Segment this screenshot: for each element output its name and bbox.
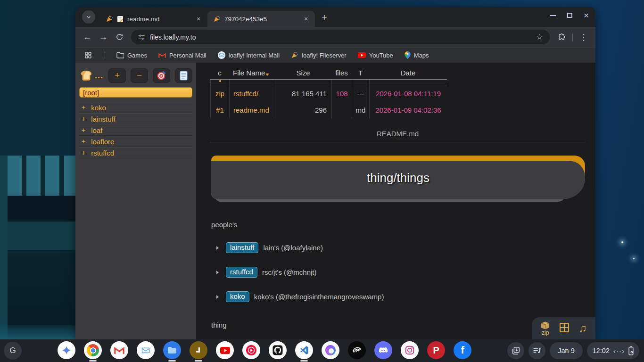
link-badge-lainstuff[interactable]: lainstuff — [226, 242, 258, 253]
col-header-type[interactable]: T — [352, 66, 369, 79]
shelf-app-github[interactable] — [269, 341, 287, 359]
target-button[interactable] — [153, 68, 170, 83]
expand-icon[interactable]: + — [82, 104, 85, 111]
col-header-c[interactable]: c — [210, 66, 229, 79]
shelf-app-arcs[interactable] — [348, 341, 366, 359]
status-pill[interactable]: 12:02 ‹··› — [587, 342, 639, 359]
apps-grid-button[interactable] — [83, 48, 93, 62]
cell-filename[interactable]: rstuffcd/ — [229, 85, 275, 102]
shelf-app-gemini[interactable] — [58, 341, 75, 359]
tree-item-koko[interactable]: + koko — [79, 102, 192, 113]
shelf-app-internal-mail[interactable] — [137, 341, 155, 359]
shelf-app-files[interactable] — [163, 341, 181, 362]
remove-button[interactable]: − — [131, 68, 148, 83]
partial-cell — [352, 80, 369, 85]
col-header-date[interactable]: Date — [369, 66, 447, 79]
bookmark-fileserver[interactable]: loafly! Fileserver — [291, 51, 347, 59]
link-badge-koko[interactable]: koko — [226, 291, 249, 302]
expand-icon[interactable]: + — [82, 138, 85, 145]
bookmark-personal-mail[interactable]: Personal Mail — [158, 52, 206, 59]
expand-icon[interactable]: + — [82, 126, 85, 134]
cell-size: 81 165 411 — [275, 85, 331, 102]
tree-item-lainstuff[interactable]: + lainstuff — [79, 113, 192, 124]
puzzle-icon — [558, 33, 566, 41]
shelf-app-gmail[interactable] — [110, 341, 128, 359]
tab-active[interactable]: 797042e453e5 × — [207, 11, 315, 27]
tab-close-icon[interactable]: × — [194, 15, 203, 23]
bookmark-youtube[interactable]: YouTube — [358, 52, 393, 59]
notes-button[interactable] — [175, 68, 192, 83]
shelf-app-youtube[interactable] — [216, 341, 234, 359]
partial-dot — [219, 80, 221, 82]
reload-button[interactable] — [112, 30, 126, 44]
list-item: rstuffcd rsc/jt's (@mchnjt) — [211, 267, 585, 278]
forward-button[interactable]: → — [96, 30, 110, 44]
site-settings-icon[interactable] — [138, 33, 145, 41]
new-tab-button[interactable]: + — [318, 11, 331, 24]
shelf-app-loop[interactable] — [322, 341, 339, 359]
shelf-app-chrome[interactable] — [84, 341, 102, 362]
readme-banner-body: thing/things — [211, 161, 585, 199]
music-note-icon[interactable]: ♫ — [579, 323, 587, 334]
party-popper-icon — [291, 51, 298, 59]
tab-search-button[interactable] — [82, 10, 95, 24]
tab-readme[interactable]: readme.md × — [100, 11, 207, 27]
zip-download-button[interactable]: zip — [540, 321, 550, 336]
cell-download-num[interactable]: #1 — [210, 102, 229, 118]
link-badge-rstuffcd[interactable]: rstuffcd — [226, 267, 257, 278]
date-pill[interactable]: Jan 9 — [550, 342, 582, 359]
bookmark-maps[interactable]: Maps — [405, 51, 429, 59]
cell-size: 296 — [275, 102, 331, 118]
maximize-button[interactable] — [567, 13, 572, 18]
add-button[interactable]: + — [108, 68, 126, 83]
shelf-app-instagram[interactable] — [401, 341, 419, 359]
extensions-button[interactable] — [554, 30, 569, 44]
tree-root-selected[interactable]: [root] — [79, 87, 192, 98]
address-bar[interactable]: files.loafly.my.to ☆ — [131, 30, 550, 44]
menu-button[interactable]: ⋮ — [577, 30, 591, 44]
minimize-button[interactable] — [550, 15, 556, 16]
cell-files — [331, 102, 352, 118]
media-queue-button[interactable] — [528, 342, 545, 359]
shelf-app-vscode[interactable] — [295, 341, 313, 362]
tree-item-loaf[interactable]: + loaf — [79, 124, 192, 136]
tree-item-loaflore[interactable]: + loaflore — [79, 136, 192, 147]
expand-icon[interactable]: + — [82, 115, 85, 123]
col-header-files[interactable]: files — [331, 66, 352, 79]
sidebar-header: … + − — [79, 66, 192, 85]
bullet-icon — [216, 295, 219, 299]
tab-strip: readme.md × 797042e453e5 × + × — [75, 7, 595, 27]
screen-capture-button[interactable] — [507, 342, 524, 359]
col-header-size[interactable]: Size — [275, 66, 331, 79]
table-header: c File Name Size files T Date — [210, 66, 447, 80]
expand-icon[interactable]: + — [82, 149, 85, 156]
bookmark-games[interactable]: Games — [116, 52, 147, 59]
table-row-readme[interactable]: #1 readme.md 296 md 2026-01-09 04:02:36 — [210, 102, 447, 118]
youtube-icon — [220, 347, 230, 354]
url-text: files.loafly.my.to — [150, 33, 196, 41]
tab-close-icon[interactable]: × — [302, 15, 310, 23]
bookmark-star-icon[interactable]: ☆ — [536, 32, 543, 42]
table-row-rstuffcd[interactable]: zip rstuffcd/ 81 165 411 108 --- 2026-01… — [210, 85, 447, 102]
col-header-filename[interactable]: File Name — [229, 66, 275, 79]
bookmark-internal-mail[interactable]: loafly! Internal Mail — [218, 51, 280, 59]
close-window-button[interactable]: × — [584, 13, 589, 18]
page-widget-dock: zip ♫ — [532, 317, 595, 339]
cell-filename[interactable]: readme.md — [229, 102, 275, 118]
back-button[interactable]: ← — [80, 30, 94, 44]
shelf-app-pinterest[interactable]: P — [427, 341, 445, 359]
chrome-icon — [87, 344, 99, 356]
grid-view-button[interactable] — [559, 322, 570, 335]
shelf-app-facebook[interactable]: f — [454, 341, 471, 359]
launcher-button[interactable]: G — [4, 342, 22, 360]
cell-download-zip[interactable]: zip — [210, 85, 229, 102]
youtube-icon — [358, 52, 366, 58]
shelf-app-discord[interactable] — [374, 341, 392, 359]
readme-divider — [210, 142, 585, 142]
dev-mode-icon: ‹··› — [613, 347, 625, 355]
dartboard-icon — [157, 70, 167, 81]
list-item-text: koko's (@thefrogisinthemangroveswamp) — [254, 293, 384, 301]
shelf-app-clock[interactable] — [190, 341, 207, 362]
tree-item-rstuffcd[interactable]: + rstuffcd — [79, 147, 192, 158]
shelf-app-youtube-music[interactable] — [242, 341, 260, 359]
